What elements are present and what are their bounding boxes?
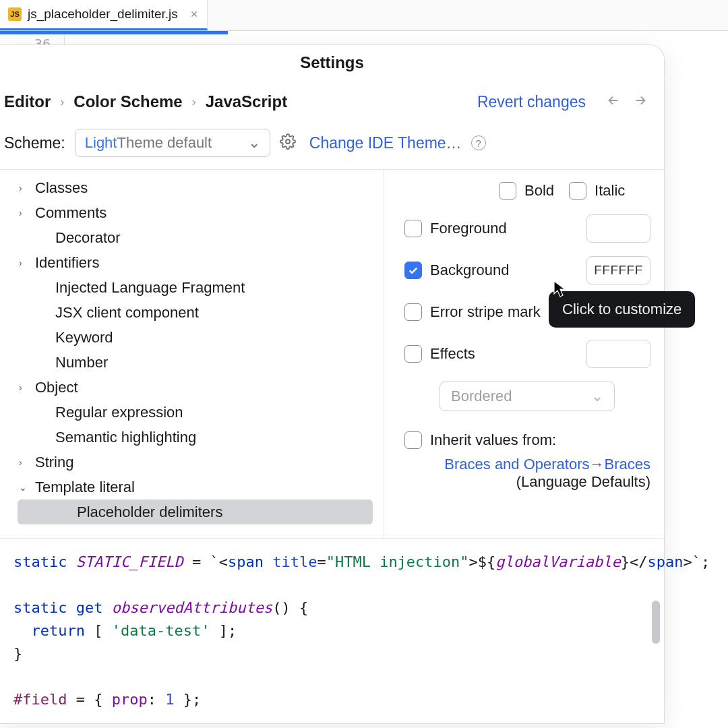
tree-item-keyword[interactable]: Keyword (0, 325, 384, 350)
tree-item-label: Injected Language Fragment (55, 279, 245, 297)
breadcrumb-seg-1[interactable]: Color Scheme (73, 92, 182, 111)
foreground-label: Foreground (430, 220, 507, 237)
tree-item-label: Template literal (35, 479, 135, 496)
inherit-source-link[interactable]: Braces and Operators→Braces (404, 456, 650, 473)
tree-item-label: Identifiers (35, 254, 99, 272)
tree-item-label: Semantic highlighting (55, 429, 196, 446)
background-color-swatch[interactable]: FFFFFF (586, 256, 650, 284)
tree-item-jsx-client-component[interactable]: JSX client component (0, 300, 384, 325)
scheme-select[interactable]: Light Theme default ⌄ (75, 129, 270, 157)
breadcrumb-seg-2[interactable]: JavaScript (206, 92, 287, 111)
chevron-right-icon: › (19, 457, 28, 468)
dialog-title: Settings (0, 45, 664, 79)
tree-item-template-literal[interactable]: ⌄Template literal (0, 475, 384, 499)
tree-item-semantic-highlighting[interactable]: Semantic highlighting (0, 425, 384, 450)
inherit-label: Inherit values from: (430, 431, 556, 449)
tree-item-number[interactable]: Number (0, 350, 384, 375)
tree-item-label: Decorator (55, 229, 121, 247)
svg-point-0 (286, 140, 290, 144)
tree-item-label: Keyword (55, 329, 113, 346)
inherit-source-note: (Language Defaults) (404, 473, 650, 491)
tree-item-comments[interactable]: ›Comments (0, 200, 384, 225)
chevron-right-icon: › (192, 95, 196, 109)
chevron-right-icon: › (19, 382, 28, 393)
mouse-cursor-icon (553, 280, 567, 301)
tree-item-string[interactable]: ›String (0, 450, 384, 475)
file-tab[interactable]: JS js_placeholder_delimiter.js × (0, 0, 208, 30)
error-stripe-checkbox[interactable] (404, 303, 422, 321)
revert-changes-link[interactable]: Revert changes (477, 93, 586, 111)
chevron-right-icon: › (60, 95, 64, 109)
foreground-color-swatch[interactable] (586, 214, 650, 243)
tree-item-label: Object (35, 379, 78, 396)
italic-checkbox[interactable] (569, 182, 586, 200)
tree-item-object[interactable]: ›Object (0, 375, 384, 400)
file-tab-label: js_placeholder_delimiter.js (28, 7, 178, 22)
tree-item-label: Number (55, 354, 108, 371)
tree-item-label: Placeholder delimiters (77, 504, 222, 521)
background-checkbox[interactable] (404, 262, 422, 279)
tab-active-underline (0, 31, 228, 34)
effects-color-swatch[interactable] (586, 340, 650, 368)
effects-type-select[interactable]: Bordered ⌄ (439, 382, 615, 411)
tree-item-label: JSX client component (55, 304, 199, 322)
italic-label: Italic (595, 182, 625, 200)
forward-icon[interactable] (633, 93, 648, 111)
background-label: Background (430, 262, 509, 279)
change-ide-theme-link[interactable]: Change IDE Theme… (309, 134, 462, 152)
gear-icon[interactable] (280, 133, 296, 153)
preview-scrollbar[interactable] (652, 601, 660, 644)
code-preview[interactable]: static STATIC_FIELD = `<span title="HTML… (0, 538, 664, 723)
chevron-right-icon: › (19, 183, 28, 193)
tree-item-identifiers[interactable]: ›Identifiers (0, 250, 384, 275)
chevron-down-icon: ⌄ (19, 482, 28, 493)
help-icon[interactable]: ? (471, 135, 486, 150)
back-icon[interactable] (606, 93, 621, 111)
tooltip: Click to customize (549, 291, 695, 328)
tree-item-decorator[interactable]: Decorator (0, 225, 384, 250)
foreground-checkbox[interactable] (404, 220, 422, 237)
tree-item-label: Regular expression (55, 404, 183, 421)
chevron-down-icon: ⌄ (248, 134, 260, 152)
chevron-right-icon: › (19, 257, 28, 268)
inherit-checkbox[interactable] (404, 431, 422, 449)
tree-item-label: String (35, 454, 73, 471)
effects-checkbox[interactable] (404, 345, 422, 363)
effects-label: Effects (430, 345, 475, 363)
chevron-down-icon: ⌄ (591, 388, 603, 405)
bold-label: Bold (524, 182, 554, 200)
tree-item-injected-language-fragment[interactable]: Injected Language Fragment (0, 275, 384, 300)
tree-item-placeholder-delimiters[interactable]: Placeholder delimiters (18, 499, 373, 524)
js-file-icon: JS (8, 7, 22, 21)
tree-item-label: Comments (35, 204, 107, 222)
breadcrumb: Editor › Color Scheme › JavaScript (4, 92, 287, 111)
tree-item-label: Classes (35, 179, 88, 197)
bold-checkbox[interactable] (499, 182, 516, 200)
error-stripe-label: Error stripe mark (430, 303, 541, 321)
tree-item-regular-expression[interactable]: Regular expression (0, 400, 384, 425)
breadcrumb-seg-0[interactable]: Editor (4, 92, 51, 111)
scheme-label: Scheme: (4, 134, 65, 152)
color-scheme-tree[interactable]: ›Classes›CommentsDecorator›IdentifiersIn… (0, 170, 384, 538)
editor-tab-bar: JS js_placeholder_delimiter.js × (0, 0, 728, 31)
tree-item-classes[interactable]: ›Classes (0, 175, 384, 200)
chevron-right-icon: › (19, 208, 28, 218)
close-tab-icon[interactable]: × (191, 7, 198, 22)
settings-dialog: Settings Editor › Color Scheme › JavaScr… (0, 44, 665, 724)
properties-panel: Bold Italic Foreground Background FFFFFF (384, 170, 664, 538)
